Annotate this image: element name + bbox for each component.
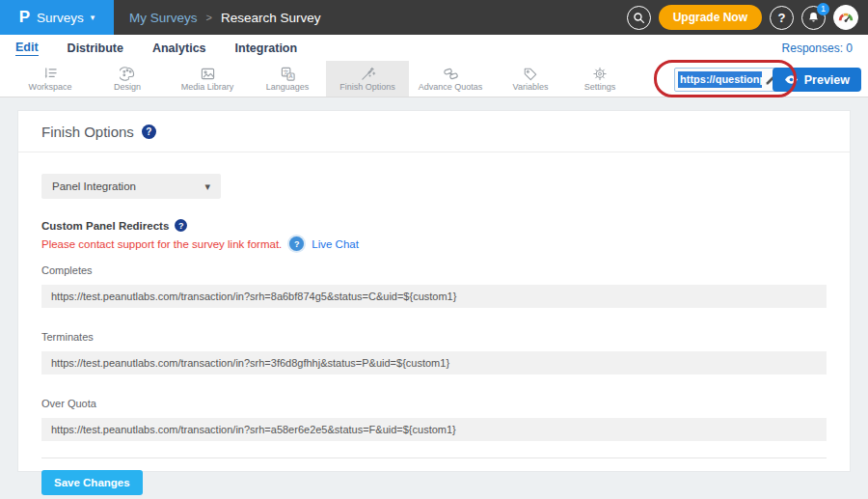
breadcrumb: My Surveys > Research Survey: [129, 11, 321, 25]
toolbar-tab-label: Workspace: [29, 82, 72, 92]
chevron-down-icon: ▾: [91, 13, 95, 22]
breadcrumb-separator: >: [206, 12, 212, 23]
toolbar-tab-advance-quotas[interactable]: Advance Quotas: [409, 61, 492, 97]
responses-count: Responses: 0: [782, 42, 853, 55]
panel-integration-select[interactable]: Panel Integration: [41, 174, 221, 199]
svg-text:A: A: [288, 73, 292, 79]
question-mark-icon: ?: [778, 11, 786, 25]
live-chat-help-icon[interactable]: [289, 236, 304, 251]
breadcrumb-my-surveys[interactable]: My Surveys: [129, 11, 198, 25]
nav-tab-integration[interactable]: Integration: [235, 41, 298, 56]
toolbar-tab-workspace[interactable]: Workspace: [12, 61, 89, 97]
account-gauge-avatar[interactable]: [833, 5, 858, 30]
card-header: Finish Options: [18, 111, 850, 152]
custom-panel-redirects-heading: Custom Panel Redirects: [41, 219, 827, 232]
chevron-down-icon: [204, 180, 210, 193]
preview-button-label: Preview: [804, 73, 850, 87]
edit-toolbar: Workspace Design Media Library: [0, 61, 868, 97]
preview-button[interactable]: Preview: [773, 68, 861, 92]
notifications-button[interactable]: 1: [801, 6, 826, 30]
eye-icon: [784, 74, 799, 85]
nav-tab-distribute[interactable]: Distribute: [68, 41, 123, 56]
palette-icon: [120, 66, 135, 81]
questionpro-app: P Surveys ▾ My Surveys > Research Survey…: [0, 0, 868, 499]
over-quota-label: Over Quota: [41, 398, 827, 409]
content-area: Finish Options Panel Integration Custom …: [0, 97, 868, 499]
tag-icon: [523, 66, 538, 81]
page-title: Finish Options: [41, 124, 134, 140]
toolbar-tab-label: Media Library: [181, 82, 234, 92]
magic-wand-icon: [360, 66, 376, 81]
chain-link-icon: [443, 66, 459, 81]
notification-count-badge: 1: [817, 3, 829, 15]
translate-icon: 文 A: [280, 66, 296, 81]
support-notice-row: Please contact support for the survey li…: [41, 236, 827, 251]
questionpro-logo: P: [19, 8, 30, 27]
finish-options-card: Finish Options Panel Integration Custom …: [17, 110, 851, 472]
panel-integration-selected-value: Panel Integration: [52, 180, 136, 192]
survey-url-input[interactable]: https://questionpro.com/t/A: [674, 68, 783, 92]
survey-nav-bar: Edit Distribute Analytics Integration Re…: [0, 35, 868, 61]
gauge-icon: [837, 9, 854, 26]
search-icon: [633, 12, 645, 24]
toolbar-tab-variables[interactable]: Variables: [492, 61, 569, 97]
terminates-url-input[interactable]: [41, 351, 827, 374]
surveys-product-menu[interactable]: P Surveys ▾: [0, 0, 114, 35]
nav-tab-edit[interactable]: Edit: [15, 40, 39, 56]
toolbar-tab-label: Finish Options: [339, 82, 395, 92]
toolbar-tab-label: Variables: [513, 82, 549, 92]
terminates-label: Terminates: [41, 331, 827, 343]
over-quota-url-input[interactable]: [41, 418, 827, 441]
completes-url-input[interactable]: [41, 285, 827, 308]
form-divider: [41, 457, 827, 458]
support-notice-text: Please contact support for the survey li…: [41, 238, 282, 250]
toolbar-tab-label: Advance Quotas: [419, 82, 483, 92]
live-chat-link[interactable]: Live Chat: [312, 238, 359, 250]
section-heading-label: Custom Panel Redirects: [41, 220, 169, 232]
survey-url-selected-text: https://questionpro.com/t/A: [678, 71, 762, 88]
toolbar-tab-languages[interactable]: 文 A Languages: [249, 61, 326, 97]
breadcrumb-current-survey: Research Survey: [221, 11, 321, 25]
toolbar-tab-design[interactable]: Design: [89, 61, 166, 97]
toolbar-tab-finish-options[interactable]: Finish Options: [326, 61, 409, 97]
top-header-bar: P Surveys ▾ My Surveys > Research Survey…: [0, 0, 868, 35]
help-button[interactable]: ?: [770, 6, 794, 30]
save-changes-button[interactable]: Save Changes: [41, 470, 143, 495]
product-menu-label: Surveys: [37, 11, 84, 25]
workspace-list-icon: [42, 66, 59, 81]
image-icon: [200, 66, 216, 81]
toolbar-tab-label: Settings: [584, 82, 616, 92]
toolbar-tab-settings[interactable]: Settings: [569, 61, 631, 97]
toolbar-tab-label: Languages: [266, 82, 310, 92]
header-actions: Upgrade Now ? 1: [627, 5, 868, 30]
toolbar-tab-label: Design: [114, 82, 141, 92]
gear-icon: [592, 66, 608, 81]
nav-tab-analytics[interactable]: Analytics: [152, 41, 206, 56]
card-body: Panel Integration Custom Panel Redirects…: [18, 152, 850, 495]
completes-label: Completes: [41, 264, 827, 276]
search-button[interactable]: [627, 6, 651, 30]
custom-panel-redirects-help-icon[interactable]: [175, 219, 187, 232]
toolbar-tab-media-library[interactable]: Media Library: [166, 61, 249, 97]
finish-options-help-icon[interactable]: [142, 125, 156, 139]
upgrade-now-button[interactable]: Upgrade Now: [659, 5, 762, 30]
